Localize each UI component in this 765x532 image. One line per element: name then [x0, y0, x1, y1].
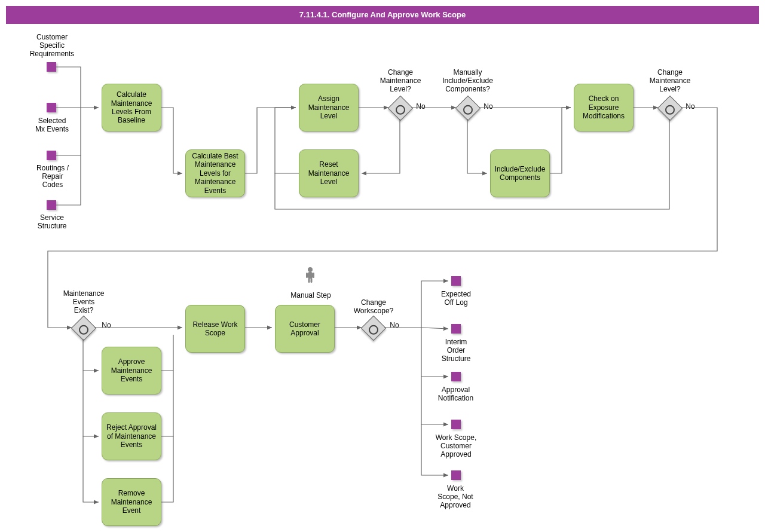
task-checkexp-text: Check onExposureModifications — [583, 94, 625, 120]
label-manually-include-exclude: ManuallyInclude/ExcludeComponents? — [436, 69, 499, 93]
data-selected-mx-events — [47, 103, 56, 112]
person-icon — [305, 267, 316, 285]
task-custappr-text: CustomerApproval — [289, 320, 320, 338]
task-check-exposure-modifications: Check onExposureModifications — [574, 84, 634, 132]
svg-rect-3 — [313, 273, 314, 278]
task-remove-maintenance-event: RemoveMaintenanceEvent — [102, 478, 161, 526]
label-expected-off-log: ExpectedOff Log — [435, 291, 477, 307]
svg-point-0 — [308, 267, 313, 272]
edge-no-3: No — [684, 103, 696, 111]
gateway-manually-include-exclude — [455, 96, 481, 121]
label-work-scope-not-approved: WorkScope, NotApproved — [432, 485, 479, 509]
data-expected-off-log — [451, 276, 461, 286]
label-change-workscope: ChangeWorkscope? — [347, 299, 400, 316]
data-work-scope-not-approved — [451, 470, 461, 480]
edge-no-2: No — [482, 103, 494, 111]
label-approval-notification: ApprovalNotification — [430, 386, 481, 403]
data-work-scope-customer-approved — [451, 420, 461, 429]
label-service-structure: ServiceStructure — [31, 214, 73, 231]
task-assign-text: AssignMaintenanceLevel — [308, 94, 350, 120]
gateway-change-maintenance-level-1 — [388, 96, 413, 121]
data-service-structure — [47, 200, 56, 210]
task-release-work-scope: Release WorkScope — [185, 305, 245, 353]
task-approve-maintenance-events: ApproveMaintenanceEvents — [102, 347, 161, 395]
task-reject-approval-maintenance-events: Reject Approvalof MaintenanceEvents — [102, 412, 161, 460]
label-maintenance-events-exist: MaintenanceEventsExist? — [57, 290, 111, 314]
svg-rect-1 — [308, 272, 313, 279]
page-title: 7.11.4.1. Configure And Approve Work Sco… — [6, 6, 759, 24]
svg-rect-2 — [306, 273, 308, 278]
label-change-maintenance-level-2: ChangeMaintenanceLevel? — [643, 69, 697, 93]
data-interim-order-structure — [451, 324, 461, 334]
label-customer-specific-requirements: CustomerSpecificRequirements — [25, 33, 79, 58]
task-rejectmx-text: Reject Approvalof MaintenanceEvents — [106, 423, 157, 449]
label-manual-step: Manual Step — [287, 292, 335, 300]
label-routings-repair-codes: Routings /RepairCodes — [29, 164, 76, 189]
task-calculate-best-text: Calculate BestMaintenanceLevels forMaint… — [192, 152, 238, 195]
task-calculate-best: Calculate BestMaintenanceLevels forMaint… — [185, 149, 245, 197]
label-change-maintenance-level-1: ChangeMaintenanceLevel? — [374, 69, 427, 93]
task-release-text: Release WorkScope — [192, 320, 237, 338]
label-selected-mx-events: SelectedMx Events — [31, 117, 73, 134]
task-removemx-text: RemoveMaintenanceEvent — [111, 489, 152, 515]
gateway-maintenance-events-exist — [71, 316, 96, 341]
task-approvemx-text: ApproveMaintenanceEvents — [111, 357, 152, 383]
svg-rect-4 — [308, 278, 310, 283]
task-calculate-baseline-text: CalculateMaintenanceLevels FromBaseline — [111, 90, 152, 125]
label-interim-order-structure: InterimOrderStructure — [435, 338, 477, 363]
gateway-change-maintenance-level-2 — [657, 96, 683, 121]
task-reset-maintenance-level: ResetMaintenanceLevel — [299, 149, 359, 197]
task-include-exclude-components: Include/ExcludeComponents — [490, 149, 550, 197]
task-customer-approval: CustomerApproval — [275, 305, 335, 353]
edge-no-1: No — [415, 103, 427, 111]
task-calculate-baseline: CalculateMaintenanceLevels FromBaseline — [102, 84, 161, 132]
edge-no-5: No — [388, 322, 400, 330]
data-approval-notification — [451, 372, 461, 381]
svg-rect-5 — [311, 278, 313, 283]
edge-no-4: No — [100, 322, 112, 330]
data-customer-specific-requirements — [47, 62, 56, 72]
task-assign-maintenance-level: AssignMaintenanceLevel — [299, 84, 359, 132]
task-inclexcl-text: Include/ExcludeComponents — [495, 165, 546, 182]
data-routings-repair-codes — [47, 151, 56, 160]
label-work-scope-customer-approved: Work Scope,CustomerApproved — [429, 434, 483, 458]
gateway-change-workscope — [361, 316, 386, 341]
task-reset-text: ResetMaintenanceLevel — [308, 160, 350, 186]
